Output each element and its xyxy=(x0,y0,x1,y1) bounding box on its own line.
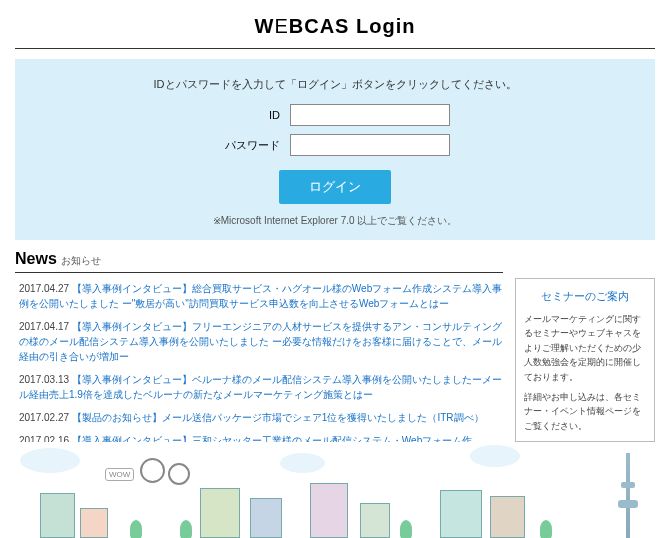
browser-note: ※Microsoft Internet Explorer 7.0 以上でご覧くだ… xyxy=(15,214,655,228)
skytree-icon xyxy=(626,453,630,538)
news-section: Newsお知らせ 2017.04.27 【導入事例インタビュー】総合買取サービス… xyxy=(15,250,503,442)
page-header: WEBCAS Login xyxy=(15,0,655,49)
news-item[interactable]: 2017.02.16 【導入事例インタビュー】三和シヤッター工業様のメール配信シ… xyxy=(15,433,503,442)
mascot-icon xyxy=(140,458,165,483)
news-heading: Newsお知らせ xyxy=(15,250,503,268)
cityscape-illustration: WOW xyxy=(0,443,670,538)
news-item[interactable]: 2017.02.27 【製品のお知らせ】メール送信パッケージ市場でシェア1位を獲… xyxy=(15,410,503,425)
news-item[interactable]: 2017.03.13 【導入事例インタビュー】ベルーナ様のメール配信システム導入… xyxy=(15,372,503,402)
mascot-icon xyxy=(168,463,190,485)
sidebar: セミナーのご案内 メールマーケティングに関するセミナーやウェブキャスをよりご理解… xyxy=(515,278,655,442)
news-list[interactable]: 2017.04.27 【導入事例インタビュー】総合買取サービス・ハグオール様のW… xyxy=(15,272,503,442)
login-panel: IDとパスワードを入力して「ログイン」ボタンをクリックしてください。 ID パス… xyxy=(15,59,655,240)
login-instruction: IDとパスワードを入力して「ログイン」ボタンをクリックしてください。 xyxy=(15,77,655,92)
news-item[interactable]: 2017.04.17 【導入事例インタビュー】フリーエンジニアの人材サービスを提… xyxy=(15,319,503,364)
seminar-text: 詳細やお申し込みは、各セミナー・イベント情報ページをご覧ください。 xyxy=(524,390,646,433)
seminar-title: セミナーのご案内 xyxy=(524,289,646,304)
wow-bubble: WOW xyxy=(105,468,134,481)
page-title: WEBCAS Login xyxy=(15,15,655,38)
id-input[interactable] xyxy=(290,104,450,126)
seminar-box[interactable]: セミナーのご案内 メールマーケティングに関するセミナーやウェブキャスをよりご理解… xyxy=(515,278,655,442)
seminar-text: メールマーケティングに関するセミナーやウェブキャスをよりご理解いただくための少人… xyxy=(524,312,646,384)
password-input[interactable] xyxy=(290,134,450,156)
news-item[interactable]: 2017.04.27 【導入事例インタビュー】総合買取サービス・ハグオール様のW… xyxy=(15,281,503,311)
password-label: パスワード xyxy=(220,138,280,153)
login-button[interactable]: ログイン xyxy=(279,170,391,204)
id-label: ID xyxy=(220,109,280,121)
